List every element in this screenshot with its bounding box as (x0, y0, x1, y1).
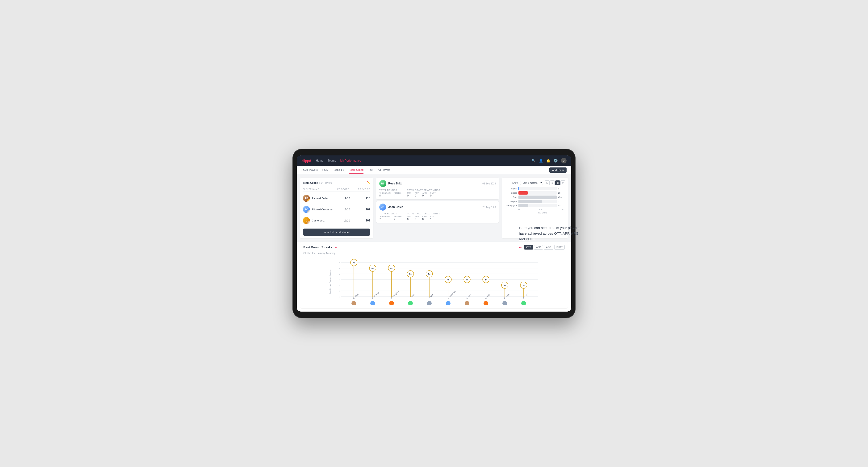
team-title-group: Team Clippd | 14 Players (303, 181, 332, 185)
stat-row-josh: Tournament 7 Practice 2 (379, 215, 401, 220)
period-select[interactable]: Last 3 months (520, 181, 543, 185)
stat-col-practice-josh: Practice 2 (394, 215, 402, 220)
svg-point-19 (351, 301, 356, 305)
bar-label-pars: Pars (505, 196, 517, 198)
search-icon[interactable]: 🔍 (532, 159, 536, 162)
sub-nav-team[interactable]: Team Clippd (349, 166, 364, 174)
card-avatar-img-rees: RB (379, 180, 386, 187)
card-stats-rees: Total Rounds Tournament 8 Practice 4 (379, 189, 496, 197)
grid-view-btn[interactable]: ⊞ (545, 181, 550, 185)
user-avatar[interactable]: U (561, 158, 566, 163)
player-row[interactable]: C 3 Cameron... 17/20 103 (303, 215, 370, 226)
svg-point-54 (484, 301, 488, 305)
stat-arg-rees: ARG 0 (422, 192, 427, 197)
col-header-score: PB SCORE (337, 188, 356, 190)
stat-group-practice-josh: Total Practice Activities OTT 0 APP 0 (407, 213, 440, 220)
nav-link-myperformance[interactable]: My Performance (340, 158, 361, 163)
tournament-label-josh: Tournament (379, 215, 391, 218)
add-team-button[interactable]: Add Team (549, 167, 566, 173)
sub-nav-hcaps[interactable]: Hcaps 1-5 (333, 166, 344, 174)
putt-val-josh: 1 (430, 218, 436, 220)
svg-text:2: 2 (339, 290, 340, 292)
stat-group-practice-rees: Total Practice Activities OTT 0 APP 0 (407, 189, 440, 197)
card-name-rees: Rees Britt (388, 182, 402, 185)
best-rounds-title: Best Round Streaks (303, 246, 333, 249)
stat-ott-rees: OTT 0 (407, 192, 411, 197)
sub-nav-pgat[interactable]: PGAT Players (302, 166, 318, 174)
tournament-val-josh: 7 (379, 218, 391, 220)
sub-nav-all[interactable]: All Players (378, 166, 390, 174)
bottom-section: Best Round Streaks ← ← OTT APP ARG PUTT (300, 242, 568, 308)
stat-putt-josh: PUTT 1 (430, 215, 436, 220)
practice-stat-row-rees: OTT 0 APP 0 ARG 0 (407, 192, 440, 197)
svg-text:3: 3 (339, 284, 340, 286)
bar-row-birdies: Birdies 96 (505, 191, 565, 195)
list-view-btn[interactable]: ☰ (550, 181, 555, 185)
bar-value-pars: 499 (558, 196, 565, 198)
pb-avg-2: 107 (356, 208, 370, 211)
player-row[interactable]: RB 1 Richard Butler 19/20 110 (303, 193, 370, 204)
total-rounds-label-rees: Total Rounds (379, 189, 401, 191)
user-icon[interactable]: 👤 (539, 159, 543, 162)
svg-text:6: 6 (339, 268, 340, 270)
svg-point-29 (389, 301, 394, 305)
total-rounds-label-josh: Total Rounds (379, 213, 401, 215)
bar-fill-bogeys (519, 200, 542, 203)
practice-val-josh: 2 (394, 218, 402, 220)
svg-point-39 (427, 301, 432, 305)
view-leaderboard-button[interactable]: View Full Leaderboard (303, 228, 370, 236)
player-info-3: C 3 Cameron... (303, 217, 337, 224)
sub-nav-tour[interactable]: Tour (368, 166, 373, 174)
bar-track-birdies (519, 191, 557, 195)
bar-row-eagles: Eagles 3 (505, 187, 565, 190)
settings-icon[interactable]: ⚙️ (554, 159, 558, 162)
filter-arg[interactable]: ARG (544, 245, 553, 250)
nav-link-home[interactable]: Home (316, 158, 323, 163)
streak-chart-container: Best Streak, Fairway Accuracy 7 6 5 (303, 258, 565, 305)
card-avatar-img-josh: JC (379, 204, 386, 211)
bar-track-eagles (519, 187, 557, 190)
pb-score-2: 18/20 (337, 208, 356, 211)
stat-arg-josh: ARG 0 (422, 215, 427, 220)
chart-subtitle: Off The Tee, Fairway Accuracy (303, 252, 565, 254)
svg-text:7x: 7x (352, 261, 355, 264)
svg-text:4x: 4x (447, 279, 450, 281)
subtitle-sub: Fairway Accuracy (317, 252, 335, 254)
nav-link-teams[interactable]: Teams (328, 158, 336, 163)
arg-val-josh: 0 (422, 218, 427, 220)
sub-nav-pga[interactable]: PGA (322, 166, 328, 174)
filter-ott[interactable]: OTT (524, 245, 533, 250)
svg-point-44 (446, 301, 451, 305)
ott-val-rees: 0 (407, 194, 411, 197)
stat-col-tournament-josh: Tournament 7 (379, 215, 391, 220)
player-row[interactable]: EC 2 Edward Crossman 18/20 107 (303, 204, 370, 215)
players-panel: RB Rees Britt 02 Sep 2023 Total Rounds (376, 178, 499, 239)
bar-value-bogeys: 311 (558, 200, 565, 203)
bar-label-birdies: Birdies (505, 192, 517, 194)
player-avatar-2: EC 2 (303, 206, 310, 213)
player-card-josh: JC Josh Coles 26 Aug 2023 Total Rounds (376, 201, 499, 223)
filter-putt[interactable]: PUTT (554, 245, 565, 250)
x-label-200: 200 (539, 208, 542, 211)
stat-row-rees: Tournament 8 Practice 4 (379, 192, 401, 197)
settings-view-btn[interactable]: ⚙ (560, 181, 565, 185)
bell-icon[interactable]: 🔔 (546, 159, 550, 162)
svg-point-34 (408, 301, 413, 305)
card-date-josh: 26 Aug 2023 (483, 206, 496, 209)
bar-view-btn[interactable]: ▦ (555, 181, 560, 185)
edit-icon[interactable]: ✏️ (367, 181, 370, 184)
card-name-josh: Josh Coles (388, 206, 403, 209)
arg-label-rees: ARG (422, 192, 427, 194)
chart-x-title: Total Shots (505, 212, 565, 214)
stat-group-rounds-rees: Total Rounds Tournament 8 Practice 4 (379, 189, 401, 197)
card-info-josh: JC Josh Coles (379, 204, 403, 211)
ott-val-josh: 0 (407, 218, 411, 220)
practice-activities-label-josh: Total Practice Activities (407, 213, 440, 215)
app-val-rees: 0 (415, 194, 419, 197)
svg-text:E. Crossman: E. Crossman (447, 290, 456, 299)
stat-group-rounds-josh: Total Rounds Tournament 7 Practice 2 (379, 213, 401, 220)
filter-app[interactable]: APP (534, 245, 543, 250)
x-label-0: 0 (519, 208, 520, 211)
stat-app-josh: APP 0 (415, 215, 419, 220)
player-info-2: EC 2 Edward Crossman (303, 206, 337, 213)
